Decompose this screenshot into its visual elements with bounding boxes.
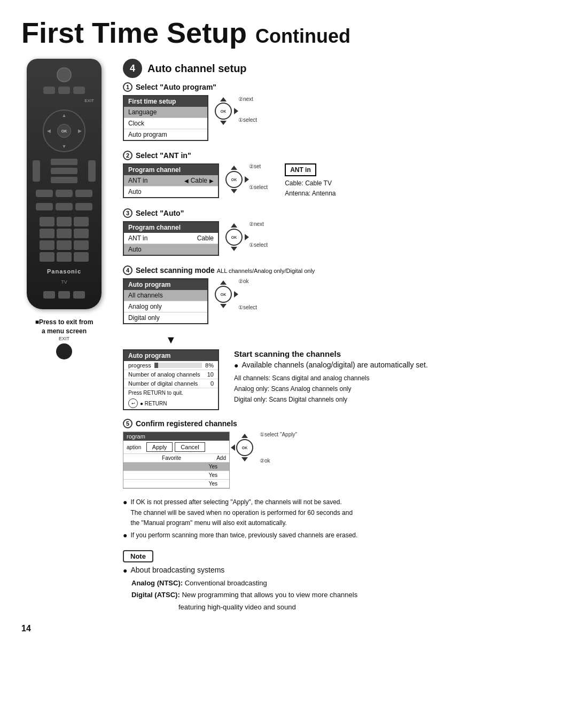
step4-header: 4 Auto channel setup (123, 59, 556, 78)
substep2-auto-item: Auto (124, 186, 218, 197)
remote-dpad: ▲ ▼ ◀ ▶ OK (43, 109, 85, 152)
dpad-right-icon: ▶ (76, 127, 83, 135)
substep2: 2 Select "ANT in" Program channel ANT in… (123, 151, 556, 199)
scanning-info-block: Start scanning the channels ● Available … (234, 349, 556, 405)
remote-btn-3 (73, 87, 85, 94)
substep4-item-analog: Analog only (124, 301, 207, 312)
remote-top-buttons (43, 87, 85, 94)
step4-title: Auto channel setup (147, 62, 247, 75)
remote-dpad-circle: ▲ ▼ ◀ ▶ OK (43, 109, 85, 152)
substep2-nav-labels: ②set ①select (249, 163, 268, 190)
substep2-num: 2 (123, 151, 132, 160)
scanning-title: Start scanning the channels (234, 349, 556, 358)
ant-info-block: ANT in Cable: Cable TV Antenna: Antenna (285, 163, 336, 199)
remote-num-4 (40, 229, 54, 238)
remote-mid-btn-2 (51, 168, 77, 174)
scan-progress-row: progress 8% (124, 361, 218, 370)
press-exit-text: ■Press to exit from a menu screen (35, 318, 93, 336)
remote-control: EXIT ▲ ▼ ◀ ▶ OK (27, 59, 102, 309)
remote-num-3 (74, 217, 89, 226)
substep3-nav-labels: ②next ①select (249, 221, 268, 248)
nav-right-arrow-1 (234, 108, 238, 114)
confirm-row-3: Yes (123, 480, 229, 488)
substep1-nav-label-select: ①select (238, 117, 257, 123)
remote-brand-sub: TV (61, 279, 67, 285)
substep3-title: 3 Select "Auto" (123, 208, 556, 218)
remote-num-7 (40, 240, 54, 250)
analog-row: Analog (NTSC): Conventional broadcasting (131, 577, 556, 589)
confirm-header-cols: Favorite Add (123, 454, 229, 463)
scanning-lines: All channels: Scans digital and analog c… (234, 373, 556, 405)
note-bullet-dot-2: ● (123, 530, 127, 541)
remote-bottom-btn-2 (58, 291, 70, 299)
scanning-section: Auto program progress 8% Number of analo… (123, 349, 556, 410)
substep2-menu: Program channel ANT in ◀ Cable ▶ Auto (123, 163, 219, 198)
remote-row-buttons-2 (36, 203, 92, 210)
remote-side-btn-left (33, 160, 40, 182)
dpad-up-icon: ▲ (60, 112, 68, 119)
nav-left-arrow-5 (231, 444, 235, 451)
nav-up-arrow-4 (220, 280, 227, 285)
substep3-auto-item: Auto (124, 244, 218, 255)
scan-line-3: Digital only: Scans Digital channels onl… (234, 394, 556, 405)
remote-btn-f (75, 203, 92, 210)
substep1-menu-header: First time setup (124, 96, 207, 107)
remote-bottom-btn-3 (73, 291, 85, 299)
nav-up-arrow-1 (220, 97, 227, 101)
remote-btn-a (36, 190, 53, 197)
nav-right-arrow-3 (245, 234, 249, 240)
remote-num-6 (74, 229, 89, 238)
remote-num-5 (57, 229, 72, 238)
remote-btn-d (36, 203, 53, 210)
substep4-nav-labels: ②ok ①select (238, 278, 257, 310)
note-section: Note ● About broadcasting systems Analog… (123, 550, 556, 613)
nav-ok-3: OK (225, 229, 243, 246)
ant-info-text: Cable: Cable TV Antenna: Antenna (285, 178, 336, 199)
remote-num-2 (57, 217, 72, 226)
substep1-menu: First time setup Language Clock Auto pro… (123, 95, 208, 141)
nav-down-arrow-5 (241, 457, 248, 461)
substep5-title: 5 Confirm registered channels (123, 419, 556, 428)
exit-label: EXIT (35, 336, 93, 341)
remote-ok-button[interactable]: OK (57, 124, 71, 138)
substep2-title: 2 Select "ANT in" (123, 151, 556, 160)
confirm-btn-row: aption Apply Cancel (123, 441, 229, 454)
substep1-nav-labels: ②next ①select (238, 96, 257, 123)
ant-in-box: ANT in (285, 163, 316, 176)
remote-mid-buttons (51, 159, 77, 183)
note-about-broadcast: ● About broadcasting systems (123, 566, 556, 575)
apply-button[interactable]: Apply (146, 442, 173, 452)
remote-mid-btn-3 (51, 177, 77, 183)
scan-return-btn: ↩ ● RETURN (124, 397, 218, 409)
note-bullet-dot-3: ● (123, 566, 127, 575)
note-box: Note (123, 550, 153, 562)
remote-num-0b (74, 252, 89, 262)
nav-ok-2: OK (225, 171, 243, 188)
nav-ok-1: OK (215, 103, 232, 120)
remote-row-buttons (36, 190, 92, 197)
remote-side-btn-right (88, 160, 96, 182)
nav-up-arrow-3 (231, 223, 237, 228)
remote-btn-1 (43, 87, 55, 94)
remote-side-buttons (33, 159, 96, 183)
remote-bottom-buttons (43, 291, 85, 299)
substep2-ant-row: ANT in ◀ Cable ▶ (124, 175, 218, 186)
remote-num-00 (57, 252, 72, 262)
confirm-row-2: Yes (123, 471, 229, 480)
nav-down-arrow-4 (220, 304, 227, 308)
remote-num-1 (40, 217, 54, 226)
substep4-item-digital: Digital only (124, 312, 207, 323)
substep4-nav: OK (215, 280, 232, 308)
nav-ok-4: OK (215, 286, 232, 303)
scan-line-2: Analog only: Scans Analog channels only (234, 383, 556, 394)
substep3-num: 3 (123, 208, 132, 218)
nav-right-arrow-4 (234, 291, 238, 298)
remote-btn-e (56, 203, 73, 210)
substep4: 4 Select scanning mode ALL channels/Anal… (123, 265, 556, 324)
bullet-dot-icon: ● (234, 361, 238, 370)
nav-ok-5: OK (236, 439, 253, 456)
cancel-button[interactable]: Cancel (175, 442, 205, 452)
remote-exit-row: EXIT (32, 98, 96, 103)
substep3-ant-row: ANT in Cable (124, 233, 218, 244)
remote-mid-btn-1 (51, 159, 77, 165)
